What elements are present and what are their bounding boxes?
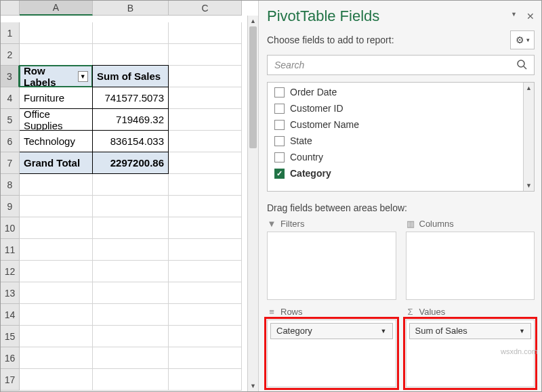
cell[interactable] <box>169 369 242 391</box>
pivot-values-header[interactable]: Sum of Sales <box>92 65 169 87</box>
cell[interactable] <box>20 304 93 326</box>
row-labels-filter-button[interactable]: ▼ <box>78 71 88 82</box>
cell[interactable] <box>93 44 169 66</box>
cell[interactable] <box>169 282 242 304</box>
col-header-c[interactable]: C <box>169 1 242 16</box>
cell[interactable] <box>93 369 169 391</box>
worksheet[interactable]: A B C 1 2 3 Row Labels ▼ Sum of Sales <box>1 1 258 391</box>
row-header[interactable]: 15 <box>1 326 20 347</box>
row-header[interactable]: 13 <box>1 282 20 304</box>
cell[interactable] <box>20 369 93 391</box>
cell[interactable] <box>93 282 169 304</box>
field-search-input[interactable]: Search <box>267 55 535 75</box>
cell[interactable] <box>20 174 93 196</box>
chevron-down-icon[interactable]: ▼ <box>519 328 525 334</box>
row-header[interactable]: 11 <box>1 239 20 261</box>
values-field-pill[interactable]: Sum of Sales ▼ <box>409 323 532 339</box>
cell[interactable] <box>93 261 169 282</box>
scroll-up-icon[interactable]: ▲ <box>250 16 256 26</box>
rows-drop-zone[interactable]: Category ▼ <box>267 320 396 388</box>
cell[interactable] <box>20 22 93 44</box>
field-item-customer-id[interactable]: Customer ID <box>270 100 531 116</box>
cell[interactable] <box>20 326 93 347</box>
checkbox-icon[interactable] <box>274 87 285 97</box>
pane-options-button[interactable]: ▼ <box>511 11 517 22</box>
cell[interactable] <box>169 261 242 282</box>
sheet-vertical-scrollbar[interactable]: ▲ ▼ <box>247 16 258 391</box>
cell[interactable] <box>93 326 169 347</box>
cell[interactable] <box>169 304 242 326</box>
pivot-row-label[interactable]: Office Supplies <box>19 108 93 131</box>
scroll-thumb[interactable] <box>249 26 257 148</box>
row-header[interactable]: 12 <box>1 261 20 282</box>
row-header[interactable]: 5 <box>1 109 20 131</box>
row-header[interactable]: 17 <box>1 369 20 391</box>
field-item-customer-name[interactable]: Customer Name <box>270 116 531 133</box>
cell[interactable] <box>93 304 169 326</box>
row-header[interactable]: 8 <box>1 174 20 196</box>
pivot-value[interactable]: 741577.5073 <box>92 87 169 109</box>
col-header-a[interactable]: A <box>20 1 93 16</box>
cell[interactable] <box>93 196 169 217</box>
scroll-up-icon[interactable]: ▲ <box>526 83 532 93</box>
cell[interactable] <box>169 217 242 239</box>
row-header[interactable]: 3 <box>1 66 20 87</box>
pivot-value[interactable]: 836154.033 <box>92 130 169 152</box>
row-header[interactable]: 16 <box>1 347 20 369</box>
cell[interactable] <box>169 152 242 174</box>
row-header[interactable]: 6 <box>1 131 20 152</box>
row-header[interactable]: 10 <box>1 217 20 239</box>
cell[interactable] <box>169 131 242 152</box>
field-item-state[interactable]: State <box>270 133 531 149</box>
pivot-grand-total-value[interactable]: 2297200.86 <box>92 152 169 174</box>
row-header[interactable]: 14 <box>1 304 20 326</box>
field-list-scrollbar[interactable]: ▲ ▼ <box>523 83 534 191</box>
cell[interactable] <box>169 174 242 196</box>
cell[interactable] <box>169 196 242 217</box>
checkbox-icon[interactable] <box>274 136 285 146</box>
rows-field-pill[interactable]: Category ▼ <box>270 323 393 339</box>
field-list-layout-button[interactable]: ⚙ ▾ <box>510 30 535 49</box>
close-icon[interactable]: ✕ <box>526 11 535 22</box>
pivot-row-label[interactable]: Furniture <box>19 87 93 109</box>
cell[interactable] <box>169 66 242 87</box>
cell[interactable] <box>20 261 93 282</box>
scroll-down-icon[interactable]: ▼ <box>250 380 256 391</box>
cell[interactable] <box>169 22 242 44</box>
cell[interactable] <box>169 326 242 347</box>
field-item-category[interactable]: ✓ Category <box>270 165 531 181</box>
col-header-b[interactable]: B <box>93 1 169 16</box>
chevron-down-icon[interactable]: ▼ <box>381 328 387 334</box>
cell[interactable] <box>20 196 93 217</box>
pivot-row-label[interactable]: Technology <box>19 130 93 152</box>
cell[interactable] <box>169 347 242 369</box>
select-all-corner[interactable] <box>1 1 20 16</box>
cell[interactable] <box>169 109 242 131</box>
cell[interactable] <box>169 239 242 261</box>
row-header[interactable]: 2 <box>1 44 20 66</box>
pivot-row-labels-header[interactable]: Row Labels ▼ <box>19 65 93 87</box>
cell[interactable] <box>20 44 93 66</box>
checkbox-icon[interactable] <box>274 120 285 130</box>
cell[interactable] <box>93 217 169 239</box>
pivot-grand-total-label[interactable]: Grand Total <box>19 152 93 174</box>
columns-drop-zone[interactable] <box>406 232 535 300</box>
cell[interactable] <box>93 239 169 261</box>
cell[interactable] <box>93 22 169 44</box>
row-header[interactable]: 9 <box>1 196 20 217</box>
cell[interactable] <box>20 217 93 239</box>
checkbox-icon[interactable] <box>274 104 285 114</box>
cell[interactable] <box>93 174 169 196</box>
cell[interactable] <box>93 347 169 369</box>
row-header[interactable]: 7 <box>1 152 20 174</box>
field-item-order-date[interactable]: Order Date <box>270 84 531 100</box>
row-header[interactable]: 4 <box>1 87 20 109</box>
cell[interactable] <box>20 282 93 304</box>
cell[interactable] <box>169 44 242 66</box>
row-header[interactable]: 1 <box>1 22 20 44</box>
cell[interactable] <box>20 239 93 261</box>
cell[interactable] <box>169 87 242 109</box>
cell[interactable] <box>20 347 93 369</box>
filters-drop-zone[interactable] <box>267 232 396 300</box>
checkbox-checked-icon[interactable]: ✓ <box>274 169 285 179</box>
